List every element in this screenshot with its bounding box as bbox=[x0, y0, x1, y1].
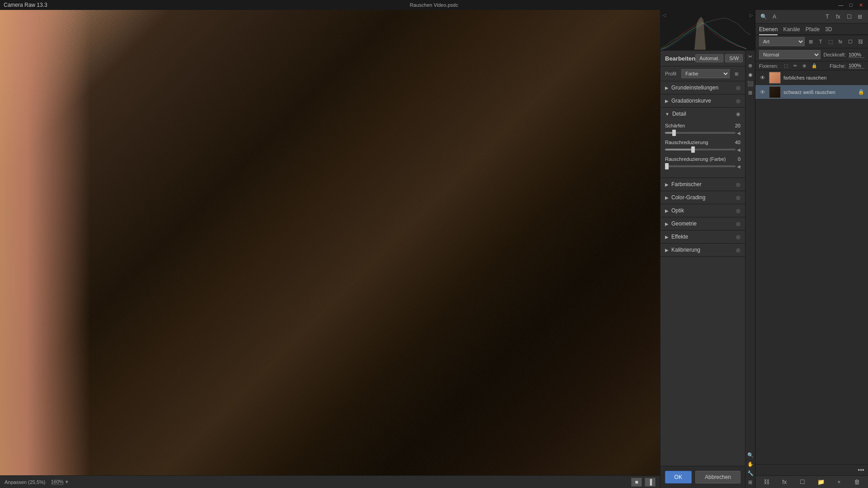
search-icon[interactable]: 🔍 bbox=[759, 12, 768, 21]
colorgrading-label: Color-Grading bbox=[671, 194, 705, 201]
eye-icon[interactable]: ◎ bbox=[736, 208, 741, 214]
section-farbmischer-header[interactable]: ▶ Farbmischer ◎ bbox=[660, 178, 745, 191]
view-controls: ■ ▐ bbox=[631, 478, 656, 487]
lock-transparent-button[interactable]: ⬚ bbox=[783, 63, 789, 69]
rauschreduzierung-farbe-arrow[interactable]: ◀ bbox=[737, 164, 741, 169]
tab-3d[interactable]: 3D bbox=[825, 24, 832, 35]
layer-visibility-icon[interactable]: 👁 bbox=[759, 89, 766, 96]
fill-value[interactable]: 100% bbox=[849, 63, 864, 69]
new-group-button[interactable]: 📁 bbox=[816, 478, 826, 487]
section-optik-header[interactable]: ▶ Optik ◎ bbox=[660, 204, 745, 217]
bw-button[interactable]: S/W bbox=[725, 54, 743, 62]
section-farbmischer: ▶ Farbmischer ◎ bbox=[660, 178, 745, 191]
histogram-left-warning[interactable]: ◁ bbox=[662, 12, 666, 18]
lock-position-button[interactable]: ⊕ bbox=[801, 63, 807, 69]
geometrie-label: Geometrie bbox=[671, 221, 697, 227]
kalibrierung-label: Kalibrierung bbox=[671, 247, 700, 253]
section-geometrie-header[interactable]: ▶ Geometrie ◎ bbox=[660, 217, 745, 230]
close-button[interactable]: ✕ bbox=[857, 1, 864, 9]
link-layers-button[interactable]: ⛓ bbox=[762, 478, 771, 487]
rauschreduzierung-farbe-thumb[interactable] bbox=[665, 163, 669, 169]
text-tool-icon[interactable]: T bbox=[816, 38, 825, 46]
profile-grid-button[interactable]: ⊞ bbox=[732, 70, 741, 78]
mask-icon[interactable]: ☐ bbox=[846, 38, 854, 46]
checkerboard-icon[interactable]: ⊞ bbox=[807, 38, 815, 46]
profile-dropdown[interactable]: Farbe Monochrom bbox=[681, 69, 730, 78]
rauschreduzierung-farbe-value[interactable]: 0 bbox=[729, 156, 741, 162]
rauschreduzierung-value[interactable]: 40 bbox=[729, 140, 741, 145]
crop-tool[interactable]: ✂ bbox=[746, 52, 755, 61]
compare-tool[interactable]: ⊞ bbox=[746, 89, 755, 97]
rauschreduzierung-arrow[interactable]: ◀ bbox=[737, 147, 741, 152]
raw-vertical-tools: ✂ ⊕ ◉ ⬛ ⊞ 🔍 ✋ 🔧 ⊞ bbox=[745, 51, 755, 488]
minimize-button[interactable]: — bbox=[837, 1, 844, 9]
rauschreduzierung-label: Rauschreduzierung bbox=[665, 140, 708, 145]
link-icon[interactable]: ⊞ bbox=[855, 12, 864, 21]
eye-icon[interactable]: ◉ bbox=[736, 111, 741, 117]
opacity-value[interactable]: 100% bbox=[849, 52, 864, 58]
eye-icon[interactable]: ◎ bbox=[736, 234, 741, 240]
eyedropper-tool[interactable]: 🔧 bbox=[746, 469, 755, 477]
layer-thumbnail bbox=[769, 72, 781, 84]
eye-icon[interactable]: ◎ bbox=[736, 221, 741, 227]
section-gradationskurve-header[interactable]: ▶ Gradationskurve ◎ bbox=[660, 94, 745, 107]
rauschreduzierung-farbe-row: Rauschreduzierung (Farbe) 0 ◀ bbox=[665, 156, 741, 169]
cancel-button[interactable]: Abbrechen bbox=[695, 471, 741, 483]
mask-channel-icon[interactable]: ☐ bbox=[844, 12, 854, 21]
app-title: Camera Raw 13.3 bbox=[4, 2, 47, 8]
window-controls[interactable]: — □ ✕ bbox=[837, 1, 864, 9]
split-view-button[interactable]: ▐ bbox=[645, 478, 656, 487]
layer-item-farbliches-rauschen[interactable]: 👁 farbliches rauschen bbox=[755, 70, 868, 85]
scharfen-thumb[interactable] bbox=[672, 130, 676, 136]
layer-item-schwarzweiss-rauschen[interactable]: 👁 schwarz weiß rauschen 🔒 bbox=[755, 85, 868, 99]
zoom-dropdown-arrow[interactable]: ▼ bbox=[65, 479, 69, 484]
heal-tool[interactable]: ⊕ bbox=[746, 61, 755, 70]
scharfen-value[interactable]: 20 bbox=[729, 123, 741, 128]
eye-icon[interactable]: ◎ bbox=[736, 85, 741, 91]
art-dropdown[interactable]: Art bbox=[759, 37, 805, 46]
ok-button[interactable]: OK bbox=[665, 471, 692, 483]
layer-fx-icon[interactable]: fx bbox=[834, 12, 843, 21]
section-colorgrading-header[interactable]: ▶ Color-Grading ◎ bbox=[660, 191, 745, 204]
eye-icon[interactable]: ◎ bbox=[736, 247, 741, 253]
maximize-button[interactable]: □ bbox=[847, 1, 854, 9]
eye-icon[interactable]: ◎ bbox=[736, 195, 741, 201]
automat-button[interactable]: Automat. bbox=[695, 54, 723, 62]
hand-tool[interactable]: ✋ bbox=[746, 460, 755, 468]
photoshop-panel: 🔍 A T fx ☐ ⊞ Ebenen Kanäle Pfade bbox=[755, 10, 868, 488]
tab-ebenen[interactable]: Ebenen bbox=[759, 24, 778, 35]
scharfen-arrow[interactable]: ◀ bbox=[737, 131, 741, 136]
mask-tool[interactable]: ⬛ bbox=[746, 80, 755, 88]
eye-icon[interactable]: ◎ bbox=[736, 182, 741, 188]
grid-tool[interactable]: ⊞ bbox=[746, 478, 755, 486]
shape-icon[interactable]: ⬚ bbox=[826, 38, 835, 46]
lock-paint-button[interactable]: ✏ bbox=[792, 63, 798, 69]
blend-mode-dropdown[interactable]: Normal Multiplizieren Überlagern bbox=[759, 50, 821, 59]
rauschreduzierung-slider-container: ◀ bbox=[665, 146, 741, 153]
delete-layer-button[interactable]: 🗑 bbox=[853, 478, 862, 487]
new-layer-button[interactable]: + bbox=[835, 478, 844, 487]
add-style-button[interactable]: fx bbox=[780, 478, 789, 487]
redeye-tool[interactable]: ◉ bbox=[746, 70, 755, 79]
histogram-right-warning[interactable]: ▷ bbox=[750, 12, 753, 18]
more-options-button[interactable]: ••• bbox=[858, 466, 864, 474]
tab-kanale[interactable]: Kanäle bbox=[783, 24, 800, 35]
zoom-fit-label: Anpassen (25,5%) bbox=[5, 479, 46, 485]
add-mask-button[interactable]: ☐ bbox=[798, 478, 807, 487]
zoom-tool[interactable]: 🔍 bbox=[746, 451, 755, 459]
section-effekte-header[interactable]: ▶ Effekte ◎ bbox=[660, 230, 745, 243]
ps-tool1[interactable]: A bbox=[770, 12, 779, 21]
single-view-button[interactable]: ■ bbox=[631, 478, 642, 487]
section-detail-header[interactable]: ▼ Detail ◉ bbox=[660, 108, 745, 120]
lock-all-button[interactable]: 🔒 bbox=[810, 63, 818, 69]
section-kalibrierung-header[interactable]: ▶ Kalibrierung ◎ bbox=[660, 244, 745, 256]
section-grundeinstellungen-header[interactable]: ▶ Grundeinstellungen ◎ bbox=[660, 81, 745, 94]
layer-type-icon[interactable]: T bbox=[823, 12, 832, 21]
main-container: Anpassen (25,5%) 160% ▼ ■ ▐ bbox=[0, 10, 868, 488]
rauschreduzierung-thumb[interactable] bbox=[691, 146, 695, 153]
layer-visibility-icon[interactable]: 👁 bbox=[759, 74, 766, 81]
link-chain-icon[interactable]: ⛓ bbox=[856, 38, 864, 46]
tab-pfade[interactable]: Pfade bbox=[806, 24, 820, 35]
eye-icon[interactable]: ◎ bbox=[736, 98, 741, 104]
fx-icon[interactable]: fx bbox=[836, 38, 844, 46]
